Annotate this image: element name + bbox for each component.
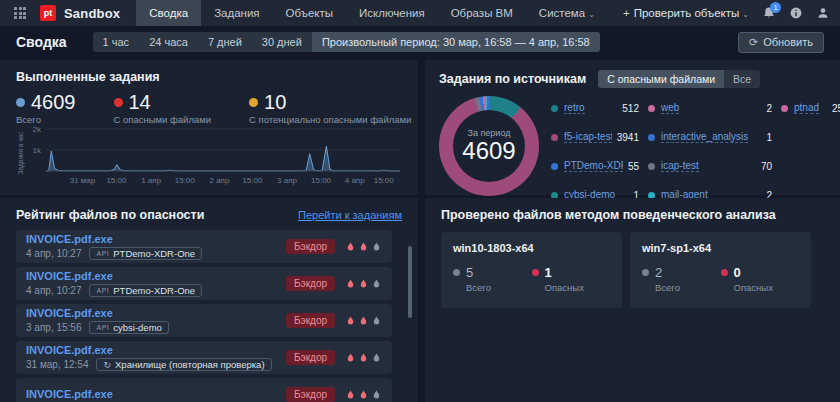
file-name-link[interactable]: INVOICE.pdf.exe (26, 388, 113, 401)
flame-icon (371, 389, 382, 401)
vm-stat-label: Всего (655, 282, 721, 293)
task-stat: 4609Всего (16, 91, 76, 125)
vm-host-cards: win10-1803-x645Всего1Опасныхwin7-sp1-x64… (441, 232, 824, 308)
notifications-button[interactable]: 1 (762, 6, 776, 20)
chip-prefix: API (96, 287, 109, 294)
stat-value: 14 (129, 91, 151, 113)
legend-dot (551, 134, 558, 141)
vm-stat-label: Всего (466, 282, 532, 293)
source-link[interactable]: web (661, 102, 679, 114)
go-to-tasks-link[interactable]: Перейти к заданиям (298, 209, 402, 221)
flame-icon (358, 278, 369, 290)
file-date: 3 апр, 15:56 (26, 322, 81, 333)
app-launcher-icon[interactable] (14, 7, 26, 19)
nav-tab[interactable]: Система⌄ (526, 0, 608, 26)
toggle-all[interactable]: Все (724, 70, 760, 88)
legend-dot (551, 105, 558, 112)
flame-icon (358, 389, 369, 401)
range-button[interactable]: 30 дней (252, 32, 312, 52)
nav-tab[interactable]: Объекты (273, 0, 346, 26)
vm-stat-value: 1 (545, 265, 552, 280)
file-name-link[interactable]: INVOICE.pdf.exe (26, 270, 202, 283)
legend-dot (781, 105, 788, 112)
scrollbar-thumb[interactable] (408, 246, 412, 318)
danger-level (345, 389, 382, 401)
file-row-meta: 3 апр, 15:56APIcybsi-demo (26, 321, 169, 334)
vm-host-name: win10-1803-x64 (453, 242, 610, 254)
user-icon (816, 6, 830, 20)
file-rating-header: Рейтинг файлов по опасности Перейти к за… (16, 208, 402, 222)
source-link[interactable]: PTDemo-XDR-One (564, 160, 623, 172)
nav-tab[interactable]: Исключения (346, 0, 438, 26)
file-row: INVOICE.pdf.exeБэкдор (16, 378, 392, 402)
source-chip: ↻Хранилище (повторная проверка) (96, 358, 271, 371)
help-button[interactable] (789, 6, 803, 20)
completed-tasks-title: Выполненные задания (16, 70, 402, 84)
source-chip: APIPTDemo-XDR-One (89, 247, 202, 260)
verdict-badge: Бэкдор (286, 387, 335, 402)
flame-icon (345, 315, 356, 327)
stat-value: 10 (264, 91, 286, 113)
range-button[interactable]: 7 дней (198, 32, 252, 52)
chevron-down-icon: ⌄ (588, 10, 595, 19)
svg-text:4 апр: 4 апр (345, 176, 365, 185)
nav-tab[interactable]: Образы ВМ (438, 0, 526, 26)
source-legend-item: retro512 (551, 100, 639, 116)
flame-icon (358, 241, 369, 253)
file-rating-title: Рейтинг файлов по опасности (16, 208, 204, 222)
chip-prefix: API (96, 324, 109, 331)
behavioral-analysis-panel: Проверено файлов методом поведенческого … (425, 198, 840, 402)
verdict-badge: Бэкдор (286, 313, 335, 328)
chip-label: Хранилище (повторная проверка) (115, 359, 265, 370)
refresh-icon: ⟳ (749, 36, 758, 49)
file-name-link[interactable]: INVOICE.pdf.exe (26, 307, 169, 320)
vm-stat-value: 5 (466, 265, 473, 280)
source-legend-item: web2 (648, 100, 772, 116)
top-navbar: pt Sandbox СводкаЗаданияОбъектыИсключени… (0, 0, 840, 26)
vm-stat-number-row: 1 (532, 265, 611, 280)
source-link[interactable]: f5-icap-test (564, 131, 612, 143)
vm-stat-dot (453, 269, 460, 276)
stat-number-row: 4609 (16, 91, 76, 113)
vm-stat-label: Опасных (545, 282, 611, 293)
check-objects-button[interactable]: +Проверить объекты⌄ (623, 7, 749, 19)
range-buttons: 1 час24 часа7 дней30 дней (93, 32, 312, 52)
chip-label: cybsi-demo (113, 322, 162, 333)
vm-host-card: win10-1803-x645Всего1Опасных (441, 232, 622, 308)
file-name-link[interactable]: INVOICE.pdf.exe (26, 233, 202, 246)
nav-tab[interactable]: Сводка (136, 0, 201, 26)
vm-stat-number-row: 0 (721, 265, 800, 280)
source-link[interactable]: icap-test (661, 160, 699, 172)
svg-text:15:00: 15:00 (311, 176, 332, 185)
file-row-meta: 31 мар, 12:54↻Хранилище (повторная прове… (26, 358, 272, 371)
task-stat: 10С потенциально опасными файлами (249, 91, 411, 125)
range-button[interactable]: 24 часа (139, 32, 198, 52)
file-row: INVOICE.pdf.exe31 мар, 12:54↻Хранилище (… (16, 341, 392, 374)
source-link[interactable]: retro (564, 102, 585, 114)
vm-host-card: win7-sp1-x642Всего0Опасных (630, 232, 811, 308)
sources-title: Задания по источникам (439, 72, 586, 86)
user-menu-button[interactable] (816, 6, 830, 20)
source-link[interactable]: interactive_analysis (661, 131, 748, 143)
file-row-info: INVOICE.pdf.exe (26, 388, 113, 402)
page-header: Сводка 1 час24 часа7 дней30 дней Произво… (0, 26, 840, 58)
verdict-badge: Бэкдор (286, 239, 335, 254)
custom-period-button[interactable]: Произвольный период: 30 мар, 16:58 — 4 а… (312, 32, 600, 52)
legend-dot (648, 105, 655, 112)
completed-tasks-panel: Выполненные задания 4609Всего14С опасным… (0, 60, 418, 195)
source-value: 55 (623, 161, 639, 172)
file-row-verdict: Бэкдор (286, 387, 382, 402)
toggle-hazardous-files[interactable]: С опасными файлами (598, 70, 724, 88)
navbar-actions: +Проверить объекты⌄ 1 (623, 6, 830, 20)
source-link[interactable]: ptnad (794, 102, 819, 114)
vm-host-stats: 2Всего0Опасных (642, 265, 799, 293)
file-rating-panel: Рейтинг файлов по опасности Перейти к за… (0, 198, 418, 402)
file-row-verdict: Бэкдор (286, 276, 382, 291)
nav-tab[interactable]: Задания (201, 0, 272, 26)
refresh-button[interactable]: ⟳Обновить (738, 32, 824, 53)
sources-filter-toggle: С опасными файлами Все (598, 70, 760, 88)
range-button[interactable]: 1 час (93, 32, 140, 52)
file-name-link[interactable]: INVOICE.pdf.exe (26, 344, 272, 357)
vm-stat-label: Опасных (734, 282, 800, 293)
source-legend-item: ptnad25 (781, 100, 840, 116)
